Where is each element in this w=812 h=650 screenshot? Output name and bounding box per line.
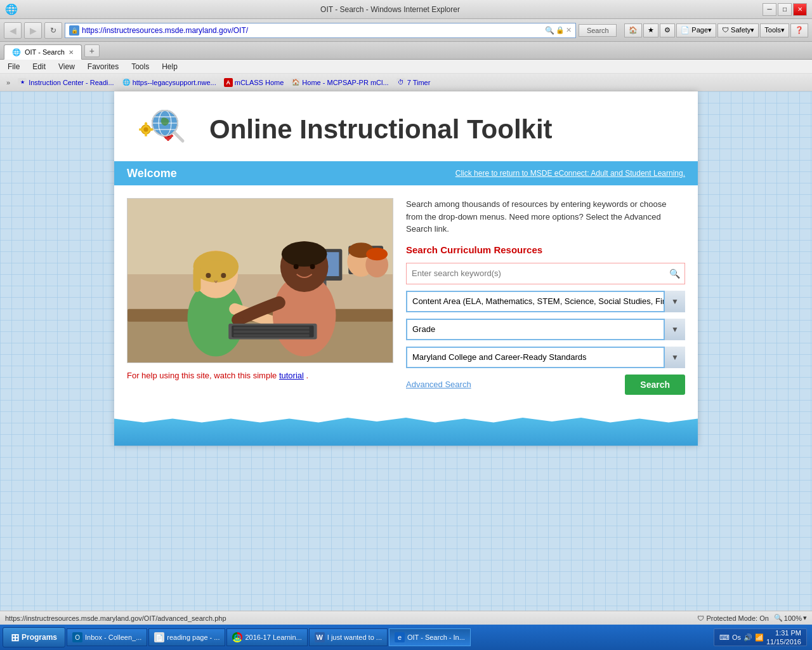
fav-icon-1: ★ [18,78,27,87]
safety-button[interactable]: 🛡 Safety▾ [717,23,759,37]
tools-button[interactable]: ⚙ [660,23,675,37]
help-prefix: For help using this site, watch this sim… [127,371,279,380]
taskbar-item-word[interactable]: W I just wanted to ... [309,628,388,646]
svg-rect-51 [233,327,309,329]
search-area: Search among thousands of resources by e… [406,198,685,395]
fav-item-4[interactable]: 🏠 Home - MCPSAP-PR mCl... [289,77,391,88]
home-button[interactable]: 🏠 [624,23,642,37]
protected-mode-indicator: 🛡 Protected Mode: On [697,614,769,622]
content-area-select[interactable]: Content Area (ELA, Mathematics, STEM, Sc… [406,291,685,312]
standards-dropdown-row: Maryland College and Career-Ready Standa… [406,347,685,368]
browser-toolbar-right: 🏠 ★ ⚙ 📄 Page▾ 🛡 Safety▾ Tools▾ ❓ [624,23,808,37]
taskbar-item-oit[interactable]: e OIT - Search - In... [389,628,471,646]
svg-rect-53 [233,335,309,337]
menu-edit[interactable]: Edit [29,61,49,72]
tab-close-button[interactable]: ✕ [69,49,74,56]
favorites-bar: » ★ Instruction Center - Readi... 🌐 http… [0,74,812,91]
taskbar: ⊞ Programs O Inbox - Colleen_... 📄 readi… [0,625,812,650]
fav-label-5: 7 Timer [407,79,431,86]
browser-window: 🌐 OIT - Search - Windows Internet Explor… [0,0,812,650]
taskbar-item-chrome[interactable]: 🌐 2016-17 Learnin... [226,628,307,646]
maximize-button[interactable]: □ [778,3,792,16]
taskbar-reading-icon: 📄 [154,632,164,642]
fav-item-5[interactable]: ⏱ 7 Timer [394,77,433,88]
fav-icon-5: ⏱ [396,78,405,87]
status-right: 🛡 Protected Mode: On 🔍 100% ▾ [697,614,807,622]
search-description: Search among thousands of resources by e… [406,198,685,235]
taskbar-chrome-label: 2016-17 Learnin... [245,633,301,641]
standards-select[interactable]: Maryland College and Career-Ready Standa… [406,347,685,368]
fav-icon-4: 🏠 [291,78,300,87]
welcome-bar: Welcome Click here to return to MSDE eCo… [114,161,698,185]
fav-label-1: Instruction Center - Readi... [29,79,114,86]
fav-item-3[interactable]: A mCLASS Home [221,77,287,88]
fav-label-4: Home - MCPSAP-PR mCl... [302,79,388,86]
title-bar-left: 🌐 [5,3,18,15]
svg-rect-11 [167,139,169,142]
new-tab-button[interactable]: + [84,44,100,57]
tray-volume: 🔊 [743,633,752,642]
tools2-button[interactable]: Tools▾ [760,23,789,37]
back-button[interactable]: ◀ [4,22,22,39]
title-bar-text: OIT - Search - Windows Internet Explorer [18,5,763,14]
svg-line-20 [174,133,183,141]
fav-item-2[interactable]: 🌐 https--legacysupport.nwe... [119,77,219,88]
minimize-button[interactable]: ─ [763,3,776,16]
site-logo [133,104,197,155]
svg-rect-34 [193,267,201,292]
close-button[interactable]: ✕ [793,3,807,16]
status-bar: https://instructresources.msde.maryland.… [0,611,812,625]
svg-point-43 [310,264,315,269]
zoom-text: 100% [784,614,802,622]
search-button[interactable]: Search [625,375,685,395]
zoom-level[interactable]: 🔍 100% ▾ [774,614,807,622]
clock-time: 1:31 PM [766,628,801,637]
svg-point-42 [294,264,299,269]
start-label: Programs [22,633,57,642]
page-button[interactable]: 📄 Page▾ [676,23,716,37]
menu-favorites[interactable]: Favorites [84,61,122,72]
address-bar[interactable]: 🔒 https://instructresources.msde.marylan… [65,23,576,38]
menu-file[interactable]: File [4,61,23,72]
favorites-more[interactable]: » [4,77,13,88]
browser-icon: 🌐 [5,3,18,15]
keyword-search-row: 🔍 [406,263,685,284]
zoom-chevron: ▾ [803,614,807,622]
close-addr-icon[interactable]: ✕ [566,26,572,34]
title-bar: 🌐 OIT - Search - Windows Internet Explor… [0,0,812,19]
go-button[interactable]: Search [579,24,617,37]
content-area-dropdown-row: Content Area (ELA, Mathematics, STEM, Sc… [406,291,685,312]
econnect-link[interactable]: Click here to return to MSDE eConnect: A… [455,169,685,178]
menu-view[interactable]: View [55,61,79,72]
lock-icon: 🔒 [556,26,565,34]
fav-item-1[interactable]: ★ Instruction Center - Readi... [15,77,117,88]
grade-select[interactable]: Grade [406,319,685,340]
active-tab[interactable]: 🌐 OIT - Search ✕ [4,44,82,60]
taskbar-item-reading[interactable]: 📄 reading page - ... [148,628,225,646]
svg-point-48 [366,248,388,260]
search-magnifier-icon: 🔍 [669,269,680,279]
svg-rect-3 [145,133,147,136]
help-button[interactable]: ❓ [790,23,808,37]
fav-label-3: mCLASS Home [235,79,284,86]
welcome-text: Welcome [127,167,177,180]
site-title: Online Instructional Toolkit [209,114,553,145]
url-text: https://instructresources.msde.maryland.… [82,26,545,35]
fav-icon-2: 🌐 [122,78,131,87]
start-button[interactable]: ⊞ Programs [3,627,65,647]
site-container: Online Instructional Toolkit Welcome Cli… [114,91,698,446]
taskbar-item-inbox[interactable]: O Inbox - Colleen_... [67,628,147,646]
refresh-button[interactable]: ↻ [44,22,62,39]
forward-button[interactable]: ▶ [24,22,42,39]
menu-help[interactable]: Help [158,61,181,72]
favorites-button[interactable]: ★ [643,23,658,37]
keyword-search-input[interactable] [406,263,685,284]
tutorial-link[interactable]: tutorial [279,371,304,380]
system-clock: 1:31 PM 11/15/2016 [766,628,801,647]
main-content: For help using this site, watch this sim… [114,185,698,408]
address-bar-row: ◀ ▶ ↻ 🔒 https://instructresources.msde.m… [0,19,812,42]
advanced-search-link[interactable]: Advanced Search [406,380,471,389]
tab-label: OIT - Search [25,48,65,56]
menu-tools[interactable]: Tools [128,61,153,72]
system-tray: ⌨ Os 🔊 📶 1:31 PM 11/15/2016 [714,628,807,646]
